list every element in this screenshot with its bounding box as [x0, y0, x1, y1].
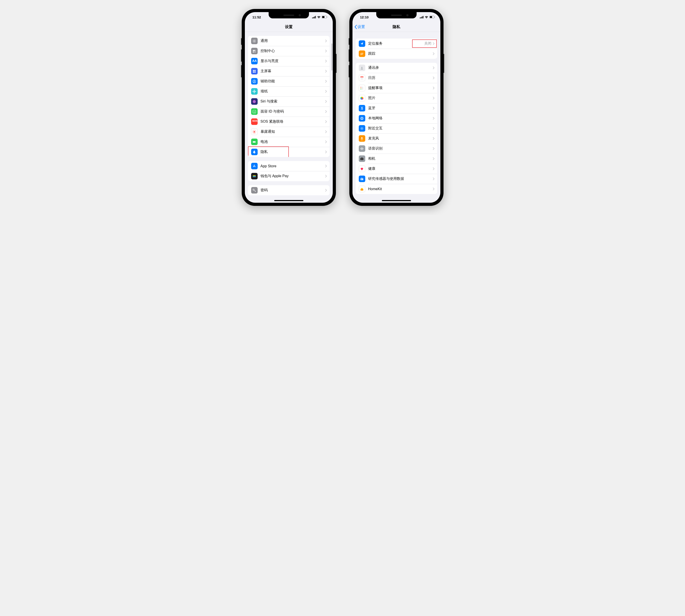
settings-row-privacy[interactable]: 隐私 [248, 147, 330, 157]
grid-icon [251, 68, 258, 74]
svg-point-27 [253, 131, 255, 133]
cellular-icon [312, 16, 316, 18]
settings-row-homekit[interactable]: HomeKit [356, 184, 437, 194]
svg-rect-1 [313, 17, 314, 18]
row-label: SOS 紧急联络 [261, 119, 325, 124]
svg-point-11 [253, 51, 254, 52]
phone-left: 11:52 设置 通用控制中心AA显示与亮度主屏幕辅助功能墙纸Siri 与搜索面… [242, 9, 336, 206]
hand-icon [251, 149, 258, 155]
privacy-content[interactable]: 定位服务关闭跟踪 通讯录—日历提醒事项照片蓝牙本地网络附近交互麦克风语音识别相机… [352, 32, 440, 203]
toggles-icon [251, 48, 258, 54]
svg-point-7 [254, 40, 255, 42]
settings-row-tracking[interactable]: 跟踪 [356, 49, 437, 59]
row-detail: 关闭 [424, 41, 432, 46]
settings-row-accessibility[interactable]: 辅助功能 [248, 76, 330, 86]
row-label: 隐私 [261, 150, 325, 154]
status-time: 11:52 [250, 15, 261, 19]
settings-row-control-center[interactable]: 控制中心 [248, 46, 330, 56]
row-label: HomeKit [368, 187, 433, 191]
svg-point-35 [255, 133, 256, 133]
svg-rect-36 [253, 141, 256, 142]
settings-row-sos[interactable]: SOSSOS 紧急联络 [248, 117, 330, 127]
chevron-right-icon [433, 167, 435, 170]
svg-rect-49 [435, 17, 435, 18]
settings-row-passwords[interactable]: 密码 [248, 185, 330, 195]
svg-point-21 [253, 91, 254, 92]
settings-row-battery[interactable]: 电池 [248, 137, 330, 147]
chevron-right-icon [325, 90, 327, 93]
bluetooth-icon [359, 105, 365, 111]
settings-row-bluetooth[interactable]: 蓝牙 [356, 103, 437, 113]
settings-row-camera[interactable]: 相机 [356, 154, 437, 164]
settings-group-2: App Store钱包与 Apple Pay [248, 161, 330, 181]
settings-row-location[interactable]: 定位服务关闭 [356, 39, 437, 49]
chevron-right-icon [325, 120, 327, 123]
chevron-right-icon [433, 97, 435, 100]
photos-icon [359, 95, 365, 101]
notch-speaker [391, 15, 402, 16]
chevron-right-icon [325, 140, 327, 143]
settings-row-reminders[interactable]: 提醒事项 [356, 83, 437, 93]
screen-right: 12:10 设置 隐私 定位服务关闭跟踪 通讯录—日历提醒事项照片蓝牙本地网络附… [352, 12, 440, 203]
settings-row-exposure[interactable]: 暴露通知 [248, 127, 330, 137]
privacy-group-1: 定位服务关闭跟踪 [356, 39, 437, 59]
svg-point-32 [253, 131, 253, 131]
row-label: 显示与亮度 [261, 59, 325, 63]
status-icons [420, 16, 435, 18]
notch-camera [299, 14, 301, 16]
mic-icon [359, 135, 365, 142]
side-button-silence [349, 38, 349, 45]
chevron-left-icon [354, 25, 357, 29]
settings-row-photos[interactable]: 照片 [356, 93, 437, 103]
settings-row-faceid[interactable]: 面容 ID 与密码 [248, 107, 330, 117]
settings-row-home-screen[interactable]: 主屏幕 [248, 66, 330, 76]
row-label: 相机 [368, 156, 433, 161]
svg-rect-6 [327, 17, 327, 18]
settings-row-nearby[interactable]: 附近交互 [356, 123, 437, 133]
settings-row-siri[interactable]: Siri 与搜索 [248, 96, 330, 107]
svg-point-33 [255, 131, 256, 131]
settings-content[interactable]: 通用控制中心AA显示与亮度主屏幕辅助功能墙纸Siri 与搜索面容 ID 与密码S… [245, 32, 333, 203]
svg-point-31 [256, 131, 256, 132]
svg-rect-13 [255, 70, 256, 71]
settings-row-display[interactable]: AA显示与亮度 [248, 56, 330, 66]
chevron-right-icon [325, 164, 327, 168]
back-button[interactable]: 设置 [354, 24, 365, 29]
settings-row-calendar[interactable]: —日历 [356, 73, 437, 83]
row-label: 通讯录 [368, 65, 433, 70]
home-indicator[interactable] [274, 200, 303, 201]
camera-icon [359, 155, 365, 162]
settings-row-health[interactable]: 健康 [356, 164, 437, 174]
settings-row-contacts[interactable]: 通讯录 [356, 63, 437, 73]
scroll-indicator[interactable] [332, 44, 332, 70]
chevron-right-icon [433, 137, 435, 140]
settings-row-appstore[interactable]: App Store [248, 161, 330, 171]
row-label: 附近交互 [368, 126, 433, 131]
svg-point-22 [255, 91, 256, 92]
settings-row-research[interactable]: 研究传感器与使用数据 [356, 174, 437, 184]
svg-point-23 [253, 100, 256, 103]
settings-row-microphone[interactable]: 麦克风 [356, 133, 437, 144]
aa-icon: AA [251, 58, 258, 64]
settings-row-general[interactable]: 通用 [248, 36, 330, 46]
wifi-icon [317, 16, 321, 18]
home-indicator[interactable] [382, 200, 411, 201]
chevron-right-icon [325, 80, 327, 83]
page-title: 设置 [285, 24, 293, 29]
settings-row-wallpaper[interactable]: 墙纸 [248, 86, 330, 96]
status-icons [312, 16, 327, 18]
settings-row-speech[interactable]: 语音识别 [356, 144, 437, 154]
svg-point-18 [254, 91, 255, 92]
chevron-right-icon [325, 189, 327, 192]
homekit-icon [359, 186, 365, 192]
settings-row-localnet[interactable]: 本地网络 [356, 113, 437, 123]
svg-point-69 [361, 128, 362, 129]
settings-row-wallet[interactable]: 钱包与 Apple Pay [248, 171, 330, 181]
chevron-right-icon [433, 117, 435, 120]
chevron-right-icon [325, 60, 327, 63]
battery-icon [429, 16, 435, 18]
sos-icon: SOS [251, 118, 258, 125]
side-button-power [443, 54, 444, 73]
row-label: 控制中心 [261, 49, 325, 53]
health-icon [359, 166, 365, 172]
